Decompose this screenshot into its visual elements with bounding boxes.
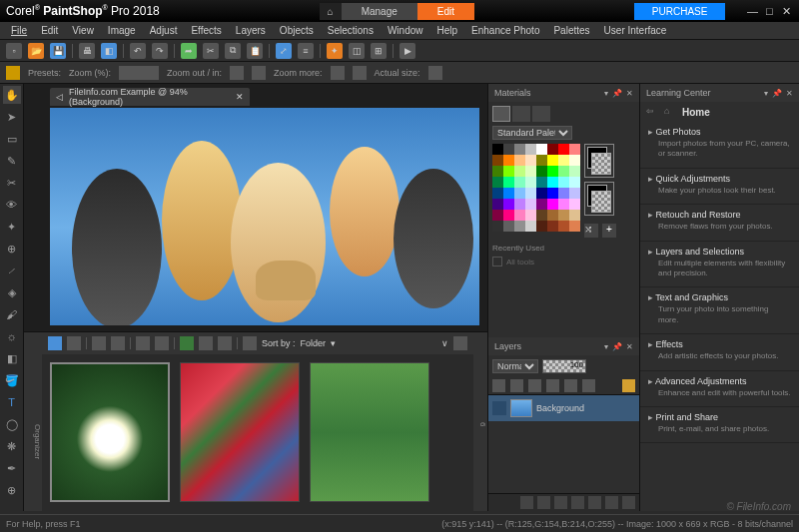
mat-tab-frame[interactable] <box>532 106 550 122</box>
shape-tool[interactable]: ◯ <box>3 415 21 433</box>
swatch[interactable] <box>547 210 558 221</box>
layer-row[interactable]: Background <box>488 395 639 421</box>
swatch[interactable] <box>569 221 580 232</box>
swatch[interactable] <box>514 155 525 166</box>
menu-objects[interactable]: Objects <box>273 23 321 38</box>
alltools-checkbox[interactable] <box>492 257 502 266</box>
menu-effects[interactable]: Effects <box>184 23 228 38</box>
swatch[interactable] <box>547 144 558 155</box>
launch-icon[interactable]: ▶ <box>400 43 415 59</box>
org-list-icon[interactable] <box>67 336 81 350</box>
swatch[interactable] <box>536 188 547 199</box>
open-icon[interactable]: 📂 <box>28 43 44 59</box>
org-nav-icon[interactable] <box>48 336 62 350</box>
edit-tab[interactable]: Edit <box>417 3 474 20</box>
menu-selections[interactable]: Selections <box>321 23 381 38</box>
swatch[interactable] <box>558 155 569 166</box>
zoom-field[interactable] <box>119 66 159 80</box>
pan-tool[interactable]: ✋ <box>3 86 21 104</box>
clone-tool[interactable]: ⊕ <box>3 240 21 258</box>
cut-icon[interactable]: ✂ <box>203 43 219 59</box>
add-swatch-icon[interactable]: + <box>602 224 616 238</box>
menu-enhance-photo[interactable]: Enhance Photo <box>464 23 546 38</box>
menu-file[interactable]: File <box>4 23 34 38</box>
lc-item-7[interactable]: Print and SharePrint, e-mail, and share … <box>640 407 799 443</box>
swatch[interactable] <box>547 166 558 177</box>
swatch[interactable] <box>503 144 514 155</box>
menu-layers[interactable]: Layers <box>229 23 273 38</box>
menu-window[interactable]: Window <box>381 23 430 38</box>
swatch[interactable] <box>547 177 558 188</box>
menu-help[interactable]: Help <box>429 23 464 38</box>
swatch[interactable] <box>525 166 536 177</box>
zoom-more-icon[interactable] <box>353 66 367 80</box>
swatch[interactable] <box>547 221 558 232</box>
swatch[interactable] <box>569 199 580 210</box>
lc-close-icon[interactable]: ✕ <box>786 89 793 98</box>
script-icon[interactable]: ≡ <box>298 43 314 59</box>
lc-item-1[interactable]: Quick AdjustmentsMake your photos look t… <box>640 169 799 205</box>
fill-tool[interactable]: 🪣 <box>3 371 21 389</box>
swatch[interactable] <box>503 177 514 188</box>
layers-menu-icon[interactable]: ▾ <box>604 342 608 351</box>
minimize-button[interactable]: — <box>745 5 759 17</box>
text-tool[interactable]: T <box>3 393 21 411</box>
materials-close-icon[interactable]: ✕ <box>626 89 633 98</box>
close-button[interactable]: ✕ <box>779 5 793 18</box>
mask-icon[interactable] <box>528 379 541 392</box>
ls-icon-5[interactable] <box>588 496 601 509</box>
swatch[interactable] <box>558 221 569 232</box>
document-tab[interactable]: ◁FileInfo.com Example @ 94% (Background)… <box>50 88 250 106</box>
swatch[interactable] <box>525 199 536 210</box>
lc-back-icon[interactable]: ⇦ <box>646 106 658 118</box>
swatch[interactable] <box>569 166 580 177</box>
swatch[interactable] <box>558 166 569 177</box>
lighten-tool[interactable]: ☼ <box>3 327 21 345</box>
swatch[interactable] <box>525 144 536 155</box>
swatch[interactable] <box>569 177 580 188</box>
lc-pin-icon[interactable]: 📌 <box>772 89 782 98</box>
swatch[interactable] <box>514 210 525 221</box>
swatch[interactable] <box>525 177 536 188</box>
org-edit-icon[interactable] <box>111 336 125 350</box>
swatch[interactable] <box>558 210 569 221</box>
thumbnail-1[interactable] <box>50 362 170 502</box>
ls-icon-7[interactable] <box>622 496 635 509</box>
layers-pin-icon[interactable]: 📌 <box>612 342 622 351</box>
org-info-icon[interactable] <box>243 336 257 350</box>
copy-icon[interactable]: ⧉ <box>225 43 241 59</box>
swatch[interactable] <box>525 221 536 232</box>
zoom-out-icon[interactable] <box>230 66 244 80</box>
thumbnail-3[interactable] <box>310 362 429 502</box>
selection-tool[interactable]: ▭ <box>3 130 21 148</box>
new-group-icon[interactable] <box>510 379 523 392</box>
deform-tool[interactable]: ◈ <box>3 283 21 301</box>
swatch[interactable] <box>514 177 525 188</box>
swatch[interactable] <box>558 199 569 210</box>
menu-adjust[interactable]: Adjust <box>143 23 185 38</box>
swatch[interactable] <box>547 188 558 199</box>
swatch[interactable] <box>547 199 558 210</box>
org-rotate-l-icon[interactable] <box>136 336 150 350</box>
menu-palettes[interactable]: Palettes <box>546 23 596 38</box>
swatch[interactable] <box>514 221 525 232</box>
opacity-slider[interactable] <box>542 359 586 373</box>
eraser-tool[interactable]: ◧ <box>3 349 21 367</box>
zoom-less-icon[interactable] <box>331 66 345 80</box>
batch-icon[interactable]: ⊞ <box>371 43 387 59</box>
swatch[interactable] <box>536 144 547 155</box>
swatch[interactable] <box>558 177 569 188</box>
swatch[interactable] <box>569 144 580 155</box>
swatch[interactable] <box>503 166 514 177</box>
swatch[interactable] <box>514 166 525 177</box>
paste-icon[interactable]: 📋 <box>247 43 263 59</box>
ls-icon-6[interactable] <box>605 496 618 509</box>
pointer-tool[interactable]: ➤ <box>3 108 21 126</box>
swatch[interactable] <box>569 210 580 221</box>
swatch[interactable] <box>536 210 547 221</box>
lc-item-0[interactable]: Get PhotosImport photos from your PC, ca… <box>640 122 799 169</box>
close-doc-icon[interactable]: ✕ <box>236 92 244 102</box>
fx-icon[interactable] <box>564 379 577 392</box>
swatch[interactable] <box>503 199 514 210</box>
swatch[interactable] <box>525 188 536 199</box>
